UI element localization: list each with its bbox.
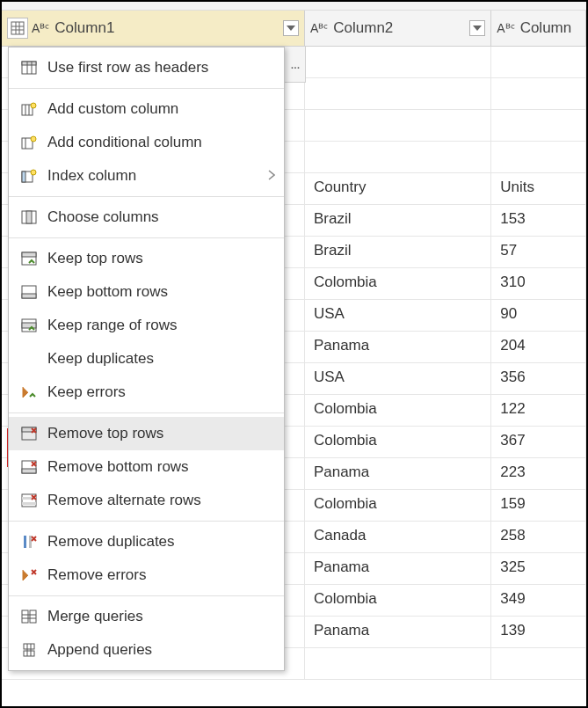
cell[interactable]: Country (305, 173, 491, 205)
cell[interactable]: Panama (305, 617, 491, 648)
cell[interactable]: Panama (305, 332, 491, 363)
menu-keep-top-rows[interactable]: Keep top rows (9, 242, 284, 275)
svg-rect-22 (26, 211, 32, 223)
cell[interactable]: Canada (305, 522, 491, 553)
menu-label: Keep bottom rows (47, 283, 275, 301)
svg-rect-53 (24, 651, 34, 656)
ellipsis-tab[interactable]: ... (285, 47, 306, 83)
svg-rect-34 (22, 469, 36, 473)
menu-label: Remove errors (47, 566, 275, 584)
menu-keep-duplicates[interactable]: Keep duplicates (9, 342, 284, 376)
remove-errors-icon (16, 565, 42, 586)
cell[interactable]: 349 (491, 585, 586, 617)
menu-label: Keep range of rows (47, 317, 275, 334)
keep-top-icon (16, 248, 42, 269)
cell[interactable]: Colombia (305, 395, 491, 427)
menu-keep-bottom-rows[interactable]: Keep bottom rows (9, 275, 284, 309)
cell[interactable] (491, 110, 586, 142)
svg-point-20 (31, 170, 36, 175)
keep-errors-icon (16, 382, 42, 403)
cell[interactable]: 325 (491, 553, 586, 585)
cell[interactable]: Colombia (305, 490, 491, 522)
table-menu-icon[interactable] (7, 18, 28, 39)
menu-remove-alternate-rows[interactable]: Remove alternate rows (9, 484, 284, 517)
cell[interactable]: USA (305, 300, 491, 332)
abc-type-icon: Aᴮᶜ (32, 21, 49, 35)
cell[interactable]: 57 (491, 237, 586, 268)
menu-label: Remove top rows (47, 425, 275, 442)
menu-merge-queries[interactable]: Merge queries (9, 600, 284, 633)
menu-remove-duplicates[interactable]: Remove duplicates (9, 525, 284, 558)
cell[interactable] (491, 142, 586, 173)
column-dropdown-icon[interactable] (283, 20, 299, 36)
menu-append-queries[interactable]: Append queries (9, 633, 284, 667)
menu-add-conditional-column[interactable]: Add conditional column (9, 126, 284, 159)
menu-label: Use first row as headers (47, 59, 275, 77)
cell[interactable]: 204 (491, 332, 586, 363)
cell[interactable]: 310 (491, 268, 586, 300)
cell[interactable] (305, 648, 491, 680)
column-dropdown-icon[interactable] (469, 20, 485, 36)
cell[interactable] (305, 78, 491, 110)
cell[interactable]: 223 (491, 458, 586, 490)
menu-add-custom-column[interactable]: Add custom column (9, 92, 284, 126)
cell[interactable]: 90 (491, 300, 586, 332)
cell[interactable] (305, 110, 491, 142)
cell[interactable]: Brazil (305, 205, 491, 237)
svg-rect-48 (22, 610, 28, 623)
cell[interactable]: Panama (305, 553, 491, 585)
menu-label: Append queries (47, 641, 275, 659)
menu-keep-range-rows[interactable]: Keep range of rows (9, 309, 284, 342)
menu-label: Keep duplicates (47, 350, 275, 368)
menu-label: Remove alternate rows (47, 492, 275, 509)
cell[interactable]: Colombia (305, 268, 491, 300)
svg-rect-24 (22, 252, 36, 257)
cell[interactable]: 153 (491, 205, 586, 237)
cell[interactable]: Colombia (305, 427, 491, 458)
svg-rect-0 (11, 22, 24, 34)
remove-top-icon (16, 423, 42, 444)
choose-columns-icon (16, 207, 42, 228)
cell[interactable] (491, 78, 586, 110)
remove-duplicates-icon (16, 531, 42, 552)
top-strip (2, 2, 586, 11)
cell[interactable]: Brazil (305, 237, 491, 268)
append-queries-icon (16, 639, 42, 661)
keep-range-icon (16, 315, 42, 336)
menu-label: Add conditional column (47, 134, 275, 151)
cell[interactable] (491, 648, 586, 680)
cell[interactable]: 122 (491, 395, 586, 427)
cell[interactable] (491, 47, 586, 78)
cell[interactable]: Colombia (305, 585, 491, 617)
svg-marker-6 (473, 26, 482, 31)
keep-duplicates-icon (16, 348, 42, 369)
menu-keep-errors[interactable]: Keep errors (9, 376, 284, 409)
svg-rect-19 (22, 172, 25, 182)
column-header-2[interactable]: Aᴮᶜ Column2 (305, 11, 491, 47)
cell[interactable]: USA (305, 363, 491, 395)
cell[interactable]: 159 (491, 490, 586, 522)
menu-use-first-row-headers[interactable]: Use first row as headers (9, 51, 284, 84)
chevron-right-icon (268, 168, 275, 184)
menu-index-column[interactable]: Index column (9, 159, 284, 193)
cell[interactable] (305, 142, 491, 173)
menu-remove-top-rows[interactable]: Remove top rows (9, 417, 284, 450)
menu-label: Choose columns (47, 208, 275, 226)
menu-label: Remove duplicates (47, 533, 275, 551)
menu-choose-columns[interactable]: Choose columns (9, 201, 284, 234)
cell[interactable]: Panama (305, 458, 491, 490)
svg-rect-43 (29, 536, 32, 548)
remove-alternate-icon (16, 490, 42, 511)
menu-remove-bottom-rows[interactable]: Remove bottom rows (9, 450, 284, 484)
cell[interactable]: 356 (491, 363, 586, 395)
menu-remove-errors[interactable]: Remove errors (9, 558, 284, 592)
cell[interactable]: Units (491, 173, 586, 205)
cell[interactable]: 258 (491, 522, 586, 553)
cell[interactable] (305, 47, 491, 78)
cell[interactable]: 367 (491, 427, 586, 458)
column-header-3[interactable]: Aᴮᶜ Column (491, 11, 586, 47)
cell[interactable]: 139 (491, 617, 586, 648)
index-column-icon (16, 165, 42, 186)
column-header-1[interactable]: Aᴮᶜ Column1 (2, 11, 305, 47)
menu-label: Index column (47, 167, 268, 185)
